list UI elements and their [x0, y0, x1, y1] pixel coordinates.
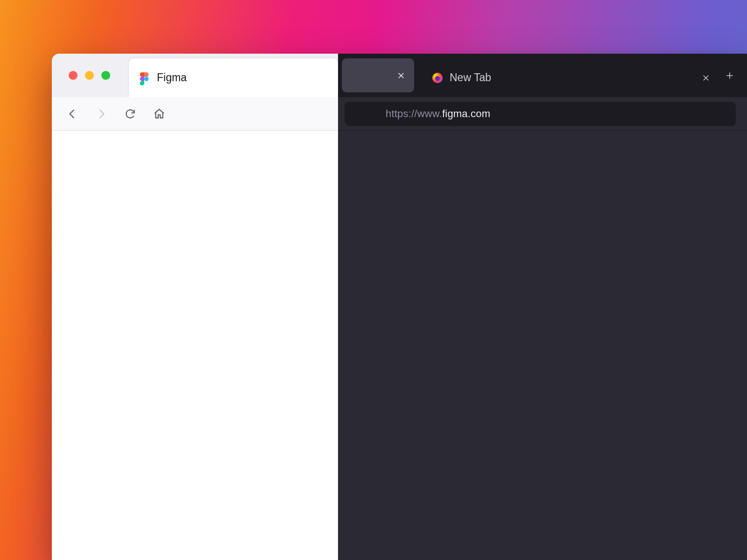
pane-dark: New Tab htt [338, 54, 747, 560]
tab-strip: Figma [52, 54, 338, 97]
page-content-light [52, 131, 338, 560]
lock-icon[interactable] [370, 108, 379, 119]
tab-strip-dark: New Tab [338, 54, 747, 97]
close-icon[interactable] [699, 71, 712, 84]
tab-figma[interactable]: Figma [129, 58, 338, 97]
svg-rect-11 [372, 112, 377, 116]
browser-window: Figma [52, 54, 747, 560]
svg-point-10 [435, 76, 440, 81]
page-content-dark [338, 131, 747, 560]
tab-close-overlay[interactable] [342, 58, 414, 92]
forward-button[interactable] [92, 105, 111, 123]
figma-icon [139, 72, 150, 84]
back-button[interactable] [63, 105, 82, 123]
url-prefix: https://www. [386, 108, 442, 119]
tab-newtab[interactable]: New Tab [418, 58, 721, 97]
svg-rect-5 [142, 72, 144, 77]
svg-rect-6 [144, 72, 147, 77]
url-text: https://www.figma.com [386, 108, 490, 120]
url-domain: figma.com [442, 108, 490, 119]
home-button[interactable] [150, 105, 169, 123]
firefox-icon [432, 72, 443, 84]
address-bar[interactable]: https://www.figma.com [345, 102, 736, 126]
close-icon[interactable] [395, 69, 408, 82]
svg-rect-8 [142, 81, 144, 83]
window-close-button[interactable] [69, 71, 78, 80]
pane-light: Figma [52, 54, 338, 560]
toolbar-dark: https://www.figma.com [338, 97, 747, 131]
svg-rect-7 [142, 77, 144, 81]
shield-icon[interactable] [353, 108, 363, 120]
window-traffic-lights [52, 54, 129, 97]
new-tab-button[interactable] [721, 54, 747, 97]
svg-point-3 [144, 77, 148, 81]
toolbar [52, 97, 338, 131]
window-minimize-button[interactable] [85, 71, 94, 80]
window-maximize-button[interactable] [101, 71, 110, 80]
tab-label: New Tab [450, 71, 693, 84]
reload-button[interactable] [121, 105, 140, 123]
tab-label: Figma [157, 71, 330, 84]
